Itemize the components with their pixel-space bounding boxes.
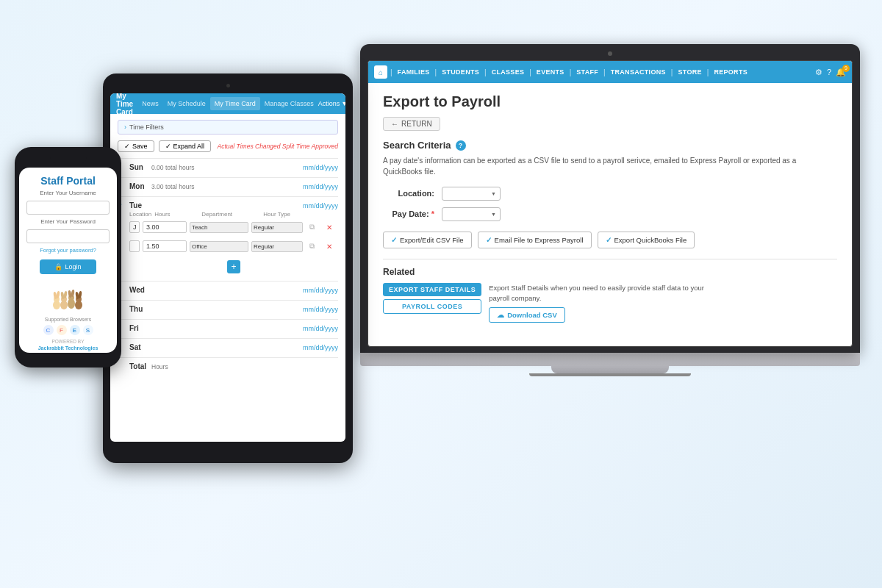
add-entry-button[interactable]: +	[227, 260, 240, 273]
day-header-mon: › Mon 3.00 total hours mm/dd/yyyy	[118, 182, 338, 190]
tue-name: Tue	[129, 201, 147, 209]
delete-icon-2[interactable]: ✕	[323, 240, 335, 252]
notification-badge: 9	[842, 65, 850, 72]
pay-date-label: Pay Date: *	[383, 209, 434, 218]
related-row: EXPORT STAFF DETAILS PAYROLL CODES Expor…	[383, 283, 837, 323]
lock-icon: 🔒	[54, 263, 62, 270]
copy-icon-1[interactable]: ⧉	[306, 221, 318, 233]
location-select-wrapper	[442, 186, 501, 201]
day-row-thu: › Thu mm/dd/yyyy	[118, 300, 338, 319]
time-filters-bar[interactable]: › Time Filters	[118, 120, 338, 135]
phone-password-label: Enter Your Password	[40, 218, 96, 225]
download-csv-button[interactable]: ☁ Download CSV	[489, 307, 565, 323]
tablet-actions: Actions ▼	[318, 100, 345, 107]
export-csv-button[interactable]: ✓ Export/Edit CSV File	[383, 232, 472, 248]
table-row: Teach Regular ⧉ ✕	[129, 219, 338, 235]
sun-date[interactable]: mm/dd/yyyy	[303, 164, 338, 171]
copy-icon-2[interactable]: ⧉	[306, 240, 318, 252]
sat-name: Sat	[129, 343, 147, 351]
actions-chevron-icon: ▼	[341, 100, 345, 107]
mon-date[interactable]: mm/dd/yyyy	[303, 183, 338, 190]
phone-username-label: Enter Your Username	[40, 190, 96, 196]
nav-families[interactable]: FAMILIES	[395, 67, 432, 77]
col-location: Location	[129, 211, 151, 218]
fri-date[interactable]: mm/dd/yyyy	[303, 325, 338, 332]
day-row-fri: › Fri mm/dd/yyyy	[118, 319, 338, 338]
location-select[interactable]	[442, 187, 501, 201]
day-row-sun: › Sun 0.00 total hours mm/dd/yyyy	[118, 158, 338, 177]
day-row-mon: › Mon 3.00 total hours mm/dd/yyyy	[118, 177, 338, 196]
mascot-area	[48, 283, 88, 314]
notifications-icon[interactable]: 🔔 9	[836, 68, 846, 77]
tue-entries: Location Hours Department Hour Type	[118, 211, 338, 276]
nav-transactions[interactable]: TRANSACTIONS	[609, 67, 668, 77]
export-staff-details-button[interactable]: EXPORT STAFF DETAILS	[383, 283, 481, 296]
day-header-total: Total Hours	[118, 362, 338, 370]
tablet-actions-button[interactable]: Actions ▼	[318, 100, 345, 107]
nav-sep-4: |	[529, 68, 531, 76]
nav-staff[interactable]: STAFF	[574, 67, 600, 77]
login-button[interactable]: 🔒 Login	[40, 259, 96, 274]
forgot-password-link[interactable]: Forgot your password?	[40, 247, 96, 254]
thu-name: Thu	[129, 305, 147, 313]
tablet-tab-schedule[interactable]: My Schedule	[163, 97, 210, 110]
delete-icon-1[interactable]: ✕	[323, 221, 335, 233]
day-header-sat: › Sat mm/dd/yyyy	[118, 343, 338, 351]
total-name: Total	[129, 362, 147, 370]
thu-date[interactable]: mm/dd/yyyy	[303, 306, 338, 313]
type-select-2[interactable]: Regular	[251, 241, 303, 252]
day-header-wed: › Wed mm/dd/yyyy	[118, 286, 338, 294]
dept-select-1[interactable]: Teach	[190, 222, 248, 233]
home-icon[interactable]: ⌂	[374, 65, 387, 79]
check-icon-2: ✓	[486, 236, 492, 244]
type-select-1[interactable]: Regular	[251, 222, 303, 233]
add-entry-row: +	[129, 257, 338, 276]
nav-students[interactable]: STUDENTS	[440, 67, 481, 77]
expand-all-button[interactable]: ✓ Expand All	[159, 140, 212, 152]
phone-username-input[interactable]	[26, 201, 110, 215]
tablet-body: My Time Card News My Schedule My Time Ca…	[103, 74, 353, 463]
related-section: Related EXPORT STAFF DETAILS PAYROLL COD…	[383, 267, 837, 323]
wed-date[interactable]: mm/dd/yyyy	[303, 287, 338, 294]
tablet-tab-news[interactable]: News	[137, 97, 163, 110]
payroll-codes-button[interactable]: PAYROLL CODES	[383, 299, 481, 314]
phone-password-input[interactable]	[26, 229, 110, 243]
tablet-tab-timecard[interactable]: My Time Card	[210, 97, 260, 110]
save-button[interactable]: ✓ Save	[118, 140, 154, 152]
tablet-tab-classes[interactable]: Manage Classes	[260, 97, 318, 110]
nav-classes[interactable]: CLASSES	[490, 67, 527, 77]
laptop-screen-outer: ⌂ | FAMILIES | STUDENTS | CLASSES | EVEN…	[360, 44, 860, 353]
tablet-navbar: My Time Card News My Schedule My Time Ca…	[110, 93, 345, 114]
tablet-content: › Time Filters ✓ Save ✓ Expand All Actua…	[110, 114, 345, 442]
export-quickbooks-button[interactable]: ✓ Export QuickBooks File	[598, 232, 695, 248]
settings-icon[interactable]: ⚙	[815, 68, 822, 77]
nav-reports[interactable]: REPORTS	[711, 67, 750, 77]
pay-date-select[interactable]	[442, 207, 501, 221]
nav-events[interactable]: EVENTS	[534, 67, 567, 77]
nav-sep-3: |	[484, 68, 487, 76]
tue-date[interactable]: mm/dd/yyyy	[303, 202, 338, 209]
nav-sep-8: |	[707, 68, 709, 76]
nav-sep-5: |	[570, 68, 572, 76]
hours-input-2[interactable]	[143, 240, 187, 252]
nav-store[interactable]: STORE	[675, 67, 703, 77]
location-input-2[interactable]	[129, 240, 140, 252]
location-input-1[interactable]	[129, 221, 140, 233]
email-express-button[interactable]: ✓ Email File to Express Payroll	[478, 232, 592, 248]
col-dept: Department	[201, 211, 260, 218]
day-row-sat: › Sat mm/dd/yyyy	[118, 338, 338, 357]
hours-input-1[interactable]	[143, 221, 187, 233]
dept-select-2[interactable]: Office	[190, 241, 248, 252]
return-button[interactable]: ← RETURN	[383, 117, 440, 131]
app-navbar: ⌂ | FAMILIES | STUDENTS | CLASSES | EVEN…	[368, 61, 852, 83]
phone-body: Staff Portal Enter Your Username Enter Y…	[15, 147, 121, 368]
col-type: Hour Type	[263, 211, 315, 218]
help-icon[interactable]: ?	[827, 68, 831, 76]
laptop-screen: ⌂ | FAMILIES | STUDENTS | CLASSES | EVEN…	[368, 60, 853, 347]
phone-app-content: Staff Portal Enter Your Username Enter Y…	[19, 168, 117, 353]
firefox-icon: F	[57, 325, 67, 335]
mascot-image	[48, 283, 88, 311]
sat-date[interactable]: mm/dd/yyyy	[303, 344, 338, 351]
filter-arrow-icon: ›	[124, 123, 126, 131]
search-help-icon[interactable]: ?	[456, 140, 466, 151]
